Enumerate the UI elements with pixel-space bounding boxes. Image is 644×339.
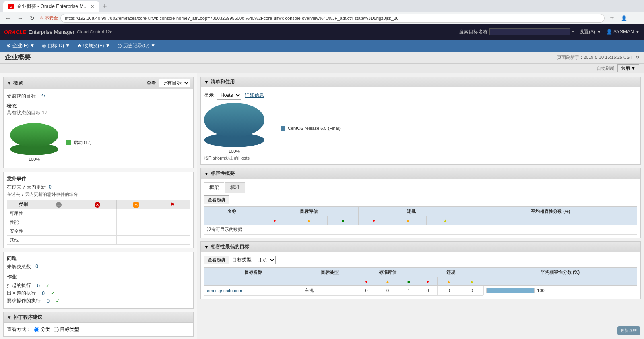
main-layout: ▼ 概览 查看 所有目标 受监视的目标 27 状态 具有状态的目标 17 [0,73,644,339]
nav-enterprise[interactable]: ⚙ 企业(E) ▼ [3,40,38,52]
inventory-chart-area: 100% CentOS release 6.5 (Final) [204,103,637,154]
inventory-title: 清单和使用 [211,79,235,85]
nav-favorites[interactable]: ★ 收藏夹(F) ▼ [74,40,114,52]
lowest-compliance-collapse-icon[interactable]: ▼ [204,244,209,250]
target-name-cell[interactable]: emcc.gscaifu.com [204,286,302,296]
page-refresh: 页面刷新于：2019-5-30 15:15:25 CST ↻ [557,54,639,60]
header-right: 搜索目标名称 + 设置(S) ▼ 👤 SYSMAN ▼ [459,28,640,35]
new-tab-button[interactable]: + [99,1,110,12]
col-violations: 违规 [418,268,483,277]
inventory-display-select[interactable]: Hosts [217,91,242,100]
user-icon: 👤 [606,29,612,35]
overview-collapse-icon[interactable]: ▼ [7,80,12,86]
target-type-select[interactable]: 主机 [255,256,276,264]
patches-body: 查看方式： 分类 目标类型 [4,323,193,336]
score-value: 100 [537,288,544,293]
view-trend-button[interactable]: 查看趋势 [204,195,229,204]
job-pending: 挂起的执行 0 ✓ [7,282,190,289]
col-target-type: 目标类型 [302,268,357,277]
table-row: 性能 - - - - [7,218,190,227]
table-row: 安全性 - - - - [7,227,190,236]
status-title: 状态 [7,103,190,110]
monitored-count: 27 [40,93,45,100]
radio-category[interactable] [34,327,39,332]
viol-yellow-val: 0 [460,286,483,296]
eval-yellow-val: 0 [376,286,399,296]
nav-history[interactable]: ◷ 历史记录(Q) ▼ [114,40,159,52]
col-red-icon-header: ✕ [78,200,117,209]
lowest-compliance-header: ▼ 相容性最低的目标 [201,242,640,252]
user-menu-button[interactable]: 👤 SYSMAN ▼ [606,29,640,35]
refresh-button[interactable]: ↻ [27,13,37,23]
security-badge: ⚠ 不安全 [39,15,58,21]
patches-section: ▼ 补丁程序建议 查看方式： 分类 目标类型 [3,312,194,337]
lowest-compliance-table: 目标名称 目标类型 标准评估 违规 平均相容性分数 (%) ● ▲ ■ [204,267,637,296]
lowest-compliance-title: 相容性最低的目标 [211,243,249,250]
inventory-collapse-icon[interactable]: ▼ [204,79,209,85]
user-profile-button[interactable]: 👤 [619,13,629,23]
compliance-collapse-icon[interactable]: ▼ [204,171,209,177]
detail-link[interactable]: 详细信息 [245,92,264,99]
patches-collapse-icon[interactable]: ▼ [7,315,12,320]
app-logo: ORACLE Enterprise Manager Cloud Control … [4,29,112,35]
left-panel: ▼ 概览 查看 所有目标 受监视的目标 27 状态 具有状态的目标 17 [0,73,197,339]
settings-button[interactable]: 设置(S) ▼ [579,29,601,35]
active-tab[interactable]: O 企业概要 - Oracle Enterprise M... ✕ [3,1,99,12]
auto-refresh-toggle[interactable]: 禁用 ▼ [617,64,639,72]
search-input[interactable] [489,28,570,35]
enterprise-icon: ⚙ [6,43,11,48]
radio-targettype[interactable] [54,327,59,332]
status-subtitle: 具有状态的目标 17 [7,110,190,116]
view-label: 查看 [147,80,156,87]
table-row: emcc.gscaifu.com 主机 0 0 1 0 0 0 [204,286,637,296]
col-violations-header: 违规 [358,207,464,216]
std-eval-yellow: ▲ [376,277,399,286]
tab-framework[interactable]: 框架 [204,182,224,193]
col-category: 类别 [7,200,39,209]
eval-red-val: 0 [357,286,376,296]
problems-body: 问题 未解决总数 0 作业 挂起的执行 0 ✓ 出问题的执行 0 ✓ [4,252,193,308]
problems-section: 问题 未解决总数 0 作业 挂起的执行 0 ✓ 出问题的执行 0 ✓ [3,252,194,309]
menu-button[interactable]: ⋮ [631,13,641,23]
patches-view-options: 查看方式： 分类 目标类型 [7,326,190,333]
monitored-targets-row: 受监视的目标 27 [7,93,190,100]
app-nav: ⚙ 企业(E) ▼ ◎ 目标(D) ▼ ★ 收藏夹(F) ▼ ◷ 历史记录(Q)… [0,40,644,52]
hosts-pie-wrapper: 100% [204,103,264,154]
address-bar[interactable]: https://192.168.40.99:7802/em/faces/core… [60,14,605,23]
back-button[interactable]: ← [3,13,13,23]
page-refresh-button[interactable]: ↻ [636,55,639,60]
targets-icon: ◎ [42,43,46,48]
lowest-view-trend-button[interactable]: 查看趋势 [204,256,229,264]
incidents-update-row: 在过去 7 天内更新 0 [7,184,190,191]
score-cell: 100 [483,286,637,295]
auto-refresh-label: 自动刷新 [597,65,614,71]
radio-category-label[interactable]: 分类 [34,326,50,333]
legend-label-centos: CentOS release 6.5 (Final) [288,126,341,131]
nav-targets[interactable]: ◎ 目标(D) ▼ [39,40,73,52]
viol-red: ● [418,277,437,286]
overview-section: ▼ 概览 查看 所有目标 受监视的目标 27 状态 具有状态的目标 17 [3,77,194,168]
tab-standard[interactable]: 标准 [225,182,245,193]
status-pie-chart [10,123,58,155]
refresh-timestamp: 页面刷新于：2019-5-30 15:15:25 CST [557,54,632,60]
search-submit-button[interactable]: + [572,29,574,35]
forward-button[interactable]: → [15,13,25,23]
watermark: 创新互联 [617,326,640,335]
inventory-section: ▼ 清单和使用 显示 Hosts 详细信息 [200,77,641,165]
eval-icon-green: ■ [328,216,359,225]
radio-targettype-label[interactable]: 目标类型 [54,326,79,333]
row-other: 其他 [7,236,39,245]
lowest-compliance-section: ▼ 相容性最低的目标 查看趋势 目标类型 主机 目标名称 目标类型 [200,241,641,299]
viol-warn-val: 0 [437,286,460,296]
em-title-text: Enterprise Manager [29,29,74,35]
status-pie-wrapper: 100% [10,123,58,162]
viol-icon-red: ● [358,216,389,225]
view-dropdown[interactable]: 所有目标 [159,79,190,87]
status-pie-container: 100% 启动 (17) [7,120,190,165]
security-label: 不安全 [45,15,58,21]
display-label: 显示 [204,92,214,99]
right-panel: ▼ 清单和使用 显示 Hosts 详细信息 [197,73,644,339]
legend-color-running [66,140,71,145]
bookmark-button[interactable]: ☆ [607,13,617,23]
tab-close-button[interactable]: ✕ [91,4,94,9]
